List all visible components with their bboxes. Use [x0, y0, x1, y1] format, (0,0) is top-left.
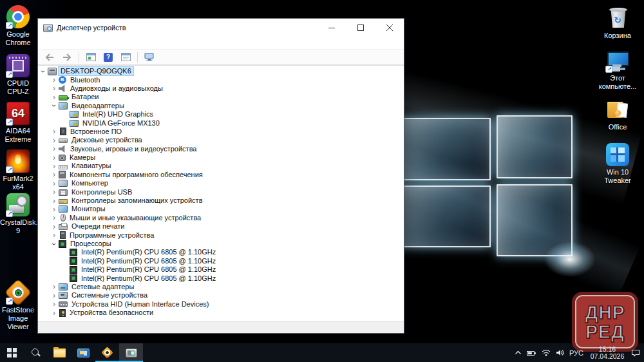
desktop-icon-office[interactable]: Office — [596, 98, 639, 131]
tree-item[interactable]: Мыши и иные указывающие устройства — [38, 214, 404, 222]
expander-chevron-icon[interactable] — [61, 274, 69, 282]
tree-item[interactable]: Встроенное ПО — [38, 128, 404, 136]
battery-indicator[interactable] — [527, 350, 536, 356]
expander-chevron-icon[interactable] — [50, 300, 58, 308]
tree-item[interactable]: Аудиовходы и аудиовыходы — [38, 84, 404, 93]
tree-item[interactable]: Видеоадаптеры — [38, 102, 404, 110]
tree-item[interactable]: Intel(R) Pentium(R) CPU 6805 @ 1.10GHz — [38, 274, 404, 282]
tree-item[interactable]: Очереди печати — [38, 222, 404, 231]
taskbar-search[interactable] — [24, 343, 48, 362]
back-button[interactable] — [42, 50, 57, 64]
tree-item[interactable]: Батареи — [38, 93, 404, 101]
expander-chevron-icon[interactable] — [61, 111, 69, 119]
tree-item[interactable]: Контроллеры USB — [38, 187, 404, 196]
close-button[interactable] — [375, 19, 404, 37]
tree-item[interactable]: Intel(R) UHD Graphics — [38, 110, 404, 119]
expander-chevron-icon[interactable] — [50, 145, 58, 153]
desktop-icon-google-chrome[interactable]: Google Chrome — [0, 5, 36, 47]
desktop-icon-recycle-bin[interactable]: Корзина — [596, 6, 639, 40]
tree-item[interactable]: Системные устройства — [38, 291, 404, 300]
forward-button[interactable] — [59, 50, 75, 64]
tree-item[interactable]: Контроллеры запоминающих устройств — [38, 196, 404, 205]
cpu-icon — [70, 266, 77, 274]
tree-item[interactable]: Дисковые устройства — [38, 136, 404, 144]
softdev-icon — [60, 231, 66, 239]
volume-indicator[interactable] — [556, 349, 564, 356]
expander-chevron-icon[interactable] — [61, 119, 69, 127]
desktop-icon-label: Этот компьюте... — [596, 74, 639, 91]
expander-chevron-icon[interactable] — [50, 162, 58, 170]
expander-chevron-icon[interactable] — [61, 266, 69, 274]
tree-item[interactable]: Устройства HID (Human Interface Devices) — [38, 300, 404, 309]
taskbar-clock[interactable]: 15:16 07.04.2026 — [589, 346, 626, 360]
menu-item[interactable] — [69, 42, 78, 44]
tree-item[interactable]: Процессоры — [38, 240, 404, 248]
desktop-icon-faststone-image-viewer[interactable]: FastStone Image Viewer — [0, 281, 36, 331]
tree-item[interactable]: Bluetooth — [38, 75, 404, 84]
wifi-indicator[interactable] — [542, 349, 551, 356]
tree-item[interactable]: Камеры — [38, 153, 404, 162]
desktop-icon-cpuid-cpu-z[interactable]: CPUID CPU-Z — [0, 54, 36, 96]
expander-chevron-icon[interactable] — [39, 68, 47, 75]
expander-chevron-icon[interactable] — [50, 231, 58, 239]
taskbar-system-app[interactable] — [71, 343, 95, 362]
desktop-icon-crystaldisk-9[interactable]: CrystalDisk... 9 — [0, 193, 36, 235]
scan-hardware-button[interactable] — [142, 50, 157, 64]
audio-icon — [59, 84, 66, 92]
tree-item[interactable]: DESKTOP-Q9OGQK6 — [38, 67, 404, 75]
minimize-button[interactable] — [317, 19, 346, 37]
expander-chevron-icon[interactable] — [50, 205, 58, 213]
tree-item[interactable]: Сетевые адаптеры — [38, 283, 404, 291]
expander-chevron-icon[interactable] — [50, 137, 58, 144]
action-center-button[interactable] — [631, 349, 640, 357]
expander-chevron-icon[interactable] — [50, 283, 58, 291]
desktop-icon-this-pc[interactable]: Этот компьюте... — [596, 49, 639, 91]
menu-item[interactable] — [51, 42, 60, 44]
tree-item[interactable]: Intel(R) Pentium(R) CPU 6805 @ 1.10GHz — [38, 265, 404, 274]
expander-chevron-icon[interactable] — [50, 180, 58, 187]
tree-item[interactable]: Клавиатуры — [38, 162, 404, 170]
taskbar-device-manager[interactable] — [119, 343, 143, 362]
start-button[interactable] — [0, 343, 24, 362]
expander-chevron-icon[interactable] — [50, 102, 58, 110]
desktop-icon-furmark2-x64[interactable]: FurMark2 x64 — [0, 149, 36, 191]
tree-item[interactable]: Устройства безопасности — [38, 309, 404, 317]
console-window-button[interactable] — [83, 50, 99, 64]
tree-item[interactable]: Intel(R) Pentium(R) CPU 6805 @ 1.10GHz — [38, 257, 404, 265]
language-indicator[interactable]: РУС — [569, 349, 583, 357]
expander-chevron-icon[interactable] — [50, 84, 58, 92]
tree-item[interactable]: Мониторы — [38, 205, 404, 213]
show-hidden-icons-button[interactable] — [515, 350, 522, 355]
expander-chevron-icon[interactable] — [50, 240, 58, 248]
taskbar-file-explorer[interactable] — [48, 343, 71, 362]
tree-item[interactable]: NVIDIA GeForce MX130 — [38, 119, 404, 127]
tree-item-label: Bluetooth — [68, 76, 102, 84]
tree-item[interactable]: Компоненты программного обеспечения — [38, 171, 404, 179]
expander-chevron-icon[interactable] — [61, 249, 69, 256]
tree-item[interactable]: Intel(R) Pentium(R) CPU 6805 @ 1.10GHz — [38, 248, 404, 256]
taskbar-faststone[interactable] — [95, 343, 119, 362]
expander-chevron-icon[interactable] — [50, 292, 58, 300]
expander-chevron-icon[interactable] — [50, 214, 58, 222]
help-button[interactable] — [100, 50, 116, 64]
menu-item[interactable] — [42, 42, 51, 44]
expander-chevron-icon[interactable] — [50, 76, 58, 84]
expander-chevron-icon[interactable] — [50, 171, 58, 178]
expander-chevron-icon[interactable] — [50, 197, 58, 205]
properties-button[interactable] — [118, 50, 133, 64]
expander-chevron-icon[interactable] — [50, 188, 58, 196]
expander-chevron-icon[interactable] — [50, 154, 58, 162]
desktop-icon-win10-tweaker[interactable]: Win 10 Tweaker — [596, 143, 639, 185]
tree-item[interactable]: Звуковые, игровые и видеоустройства — [38, 145, 404, 153]
desktop-icon-aida64-extreme[interactable]: 64 AIDA64 Extreme — [0, 102, 36, 144]
menu-item[interactable] — [60, 42, 69, 44]
expander-chevron-icon[interactable] — [61, 257, 69, 265]
expander-chevron-icon[interactable] — [50, 93, 58, 101]
expander-chevron-icon[interactable] — [50, 128, 58, 135]
maximize-button[interactable] — [346, 19, 375, 37]
tree-item[interactable]: Компьютер — [38, 179, 404, 187]
expander-chevron-icon[interactable] — [50, 223, 58, 231]
title-bar[interactable]: Диспетчер устройств — [38, 19, 404, 37]
tree-item[interactable]: Программные устройства — [38, 231, 404, 239]
expander-chevron-icon[interactable] — [50, 309, 58, 317]
